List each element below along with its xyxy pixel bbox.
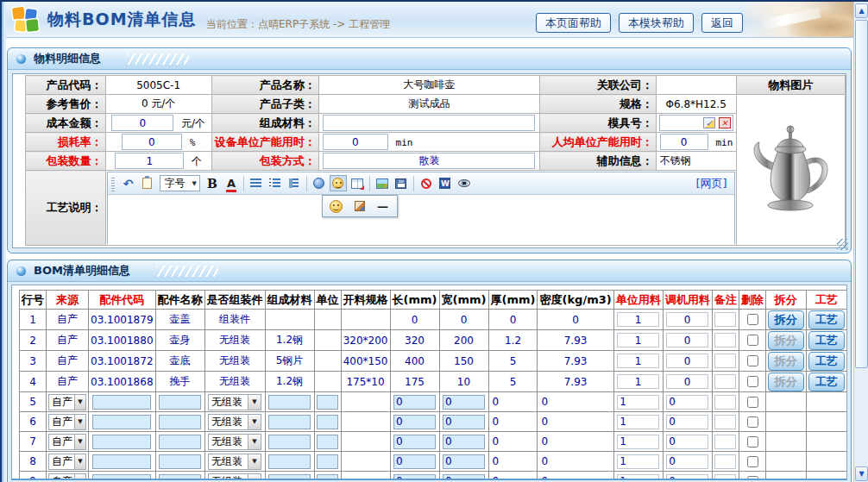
process-button[interactable]: 工艺	[808, 310, 845, 329]
split-button[interactable]: 拆分	[768, 372, 804, 391]
width-input[interactable]	[443, 474, 485, 481]
delete-checkbox[interactable]	[747, 476, 758, 481]
length-input[interactable]	[393, 474, 436, 481]
part-code-input[interactable]	[92, 395, 151, 410]
unit-usage-input[interactable]	[617, 474, 659, 481]
delete-checkbox[interactable]	[747, 355, 758, 366]
table-edit-icon[interactable]	[349, 175, 366, 191]
unit-usage-input[interactable]	[617, 435, 659, 449]
bold-icon[interactable]: B	[204, 175, 221, 191]
word-import-icon[interactable]: W	[437, 175, 454, 191]
back-button[interactable]: 返回	[701, 13, 743, 33]
delete-checkbox[interactable]	[747, 376, 758, 387]
paste-icon[interactable]	[139, 175, 156, 191]
remark-input[interactable]	[714, 354, 735, 368]
debug-usage-input[interactable]	[666, 474, 708, 481]
horizontal-line-icon[interactable]: —	[374, 198, 392, 215]
unit-input[interactable]	[317, 454, 337, 469]
part-code-input[interactable]	[92, 435, 151, 449]
equip-time-input[interactable]	[323, 134, 388, 150]
font-color-icon[interactable]: A	[223, 175, 240, 191]
delete-checkbox[interactable]	[747, 436, 758, 448]
material-input[interactable]	[268, 454, 311, 469]
remark-input[interactable]	[714, 333, 735, 347]
unit-input[interactable]	[317, 415, 337, 429]
material-input[interactable]	[268, 395, 311, 410]
toolbar-drag-handle[interactable]	[111, 176, 115, 191]
debug-usage-input[interactable]	[666, 354, 708, 368]
unit-usage-input[interactable]	[617, 374, 659, 389]
remark-input[interactable]	[714, 415, 735, 429]
unit-usage-input[interactable]	[617, 333, 659, 347]
material-input[interactable]	[268, 415, 311, 429]
part-code-input[interactable]	[92, 474, 151, 481]
delete-checkbox[interactable]	[747, 397, 758, 408]
length-input[interactable]	[393, 415, 436, 429]
smiley-icon[interactable]	[328, 198, 345, 215]
indent-icon[interactable]	[286, 175, 303, 191]
process-button[interactable]: 工艺	[808, 331, 845, 350]
loss-rate-input[interactable]	[122, 134, 182, 150]
cost-amount-input[interactable]	[111, 115, 173, 131]
length-input[interactable]	[393, 435, 436, 449]
webpage-link[interactable]: [网页]	[696, 176, 727, 191]
unit-input[interactable]	[317, 395, 337, 410]
source-select[interactable]: 自产▼	[48, 473, 86, 481]
mold-clear-icon[interactable]: ✕	[719, 117, 731, 128]
undo-icon[interactable]: ↶	[120, 175, 137, 191]
process-button[interactable]: 工艺	[808, 352, 845, 371]
width-input[interactable]	[443, 454, 485, 469]
width-input[interactable]	[443, 415, 485, 429]
delete-checkbox[interactable]	[747, 314, 758, 325]
scrollbar-thumb[interactable]	[855, 20, 868, 368]
part-name-input[interactable]	[159, 474, 201, 481]
source-select[interactable]: 自产▼	[48, 414, 86, 430]
remark-input[interactable]	[714, 395, 735, 410]
debug-usage-input[interactable]	[666, 395, 708, 410]
unit-input[interactable]	[317, 435, 337, 449]
align-icon[interactable]	[248, 175, 265, 191]
unit-usage-input[interactable]	[617, 415, 659, 429]
part-name-input[interactable]	[159, 454, 201, 469]
composition-input[interactable]	[323, 115, 535, 131]
paste-block-icon[interactable]	[418, 175, 435, 191]
part-name-input[interactable]	[159, 395, 201, 410]
page-help-button[interactable]: 本页面帮助	[536, 13, 611, 33]
process-button[interactable]: 工艺	[808, 372, 845, 391]
delete-checkbox[interactable]	[747, 335, 758, 346]
font-size-dropdown[interactable]: 字号 ▼	[160, 175, 200, 191]
scroll-up-button[interactable]: ▲	[855, 3, 868, 18]
remark-input[interactable]	[714, 312, 735, 327]
width-input[interactable]	[443, 435, 485, 449]
length-input[interactable]	[393, 454, 436, 469]
package-method-input[interactable]	[323, 153, 535, 169]
unit-usage-input[interactable]	[617, 454, 659, 469]
delete-checkbox[interactable]	[747, 456, 758, 467]
save-html-icon[interactable]	[393, 175, 410, 191]
part-name-input[interactable]	[159, 415, 201, 429]
debug-usage-input[interactable]	[666, 454, 708, 469]
split-button[interactable]: 拆分	[768, 310, 804, 329]
part-code-input[interactable]	[92, 415, 151, 429]
remark-input[interactable]	[714, 374, 735, 389]
source-select[interactable]: 自产▼	[48, 394, 86, 410]
length-input[interactable]	[393, 395, 436, 410]
module-help-button[interactable]: 本模块帮助	[619, 13, 694, 33]
assembly-select[interactable]: 无组装▼	[208, 414, 261, 430]
source-select[interactable]: 自产▼	[48, 434, 86, 450]
hyperlink-icon[interactable]	[311, 175, 328, 191]
assembly-select[interactable]: 无组装▼	[208, 434, 261, 450]
unit-input[interactable]	[317, 474, 337, 481]
part-name-input[interactable]	[159, 435, 201, 449]
emoticon-icon[interactable]	[330, 175, 347, 191]
remark-input[interactable]	[714, 474, 735, 481]
scroll-down-button[interactable]: ▼	[855, 466, 868, 481]
panel-resize-grip[interactable]	[837, 239, 848, 250]
preview-icon[interactable]	[456, 175, 473, 191]
editor-content-area[interactable]: —	[108, 195, 734, 244]
remark-input[interactable]	[714, 435, 735, 449]
ordered-list-icon[interactable]	[267, 175, 284, 191]
unit-usage-input[interactable]	[617, 395, 659, 410]
package-qty-input[interactable]	[115, 153, 184, 169]
assembly-select[interactable]: 无组装▼	[208, 473, 261, 481]
